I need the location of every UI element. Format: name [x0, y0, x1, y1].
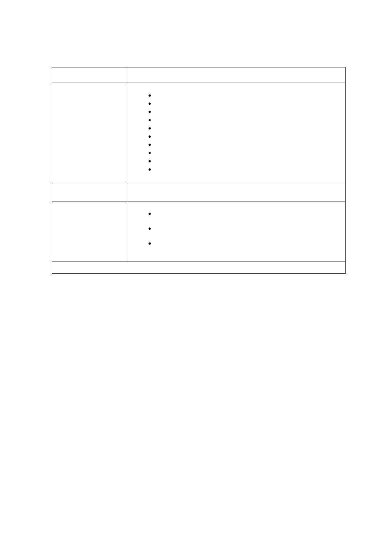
table-cell: [52, 184, 128, 201]
list-item: [148, 116, 345, 124]
table-row: [52, 261, 346, 274]
list-item: [148, 132, 345, 141]
list-item: [148, 141, 345, 149]
list-item: [148, 157, 345, 165]
table-row: [52, 83, 346, 184]
table-cell: [128, 201, 345, 261]
list-item: [148, 165, 345, 173]
data-table: [52, 67, 346, 274]
table-cell: [128, 83, 345, 184]
table-cell: [52, 201, 128, 261]
list-item: [148, 91, 345, 99]
bullet-list: [128, 210, 345, 254]
list-item: [148, 124, 345, 132]
table-cell-full: [52, 261, 346, 274]
table-row: [52, 201, 346, 261]
table-cell: [128, 184, 345, 201]
table-container: [52, 67, 346, 274]
list-item: [148, 239, 345, 254]
list-item: [148, 108, 345, 116]
table-row: [52, 184, 346, 201]
list-item: [148, 99, 345, 108]
table-cell: [128, 67, 345, 83]
table-row: [52, 67, 346, 83]
list-item: [148, 210, 345, 224]
list-item: [148, 224, 345, 239]
table-cell: [52, 67, 128, 83]
table-cell: [52, 83, 128, 184]
list-item: [148, 149, 345, 157]
bullet-list: [128, 91, 345, 173]
